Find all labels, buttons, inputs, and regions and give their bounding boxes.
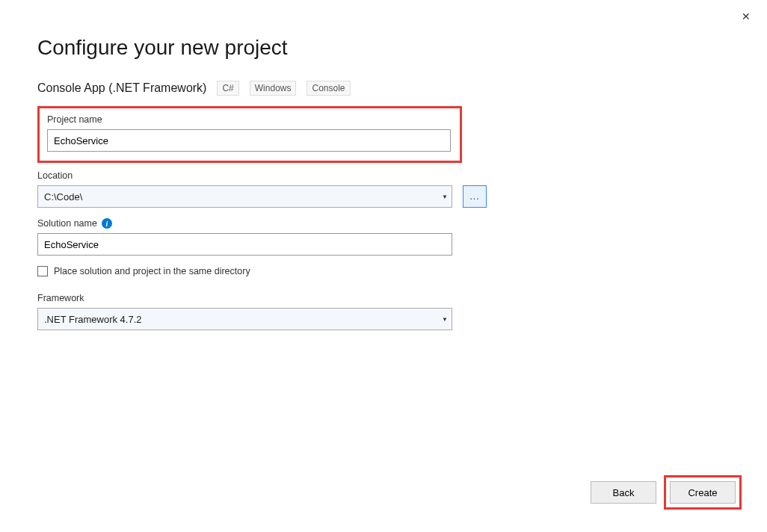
project-name-highlight: Project name [37, 106, 462, 163]
project-name-input[interactable] [47, 129, 451, 152]
solution-name-input[interactable] [37, 233, 452, 256]
project-type-label: Console App (.NET Framework) [37, 81, 206, 95]
project-type-row: Console App (.NET Framework) C# Windows … [37, 81, 730, 96]
page-title: Configure your new project [37, 36, 730, 60]
chevron-down-icon[interactable]: ▼ [438, 186, 452, 207]
back-button[interactable]: Back [591, 481, 656, 504]
info-icon[interactable]: i [102, 218, 112, 229]
button-bar: Back Create [591, 475, 742, 510]
framework-label: Framework [37, 293, 730, 303]
same-directory-checkbox-row[interactable]: Place solution and project in the same d… [37, 266, 730, 276]
tag-console: Console [307, 81, 350, 96]
location-combo[interactable]: C:\Code\ ▼ [37, 185, 452, 208]
same-directory-label: Place solution and project in the same d… [54, 266, 250, 276]
create-button-highlight: Create [664, 475, 742, 510]
create-button[interactable]: Create [670, 481, 736, 504]
solution-name-label: Solution name i [37, 218, 730, 229]
framework-value: .NET Framework 4.7.2 [38, 314, 438, 325]
same-directory-checkbox[interactable] [37, 266, 48, 276]
location-label: Location [37, 170, 730, 181]
project-name-label: Project name [47, 114, 452, 125]
framework-combo[interactable]: .NET Framework 4.7.2 ▼ [37, 308, 452, 330]
solution-name-label-text: Solution name [37, 218, 97, 229]
location-value: C:\Code\ [38, 191, 438, 202]
browse-button[interactable]: ... [463, 185, 487, 208]
tag-windows: Windows [250, 81, 297, 96]
close-icon[interactable]: ✕ [739, 7, 754, 25]
chevron-down-icon[interactable]: ▼ [438, 309, 452, 330]
tag-csharp: C# [217, 81, 238, 96]
